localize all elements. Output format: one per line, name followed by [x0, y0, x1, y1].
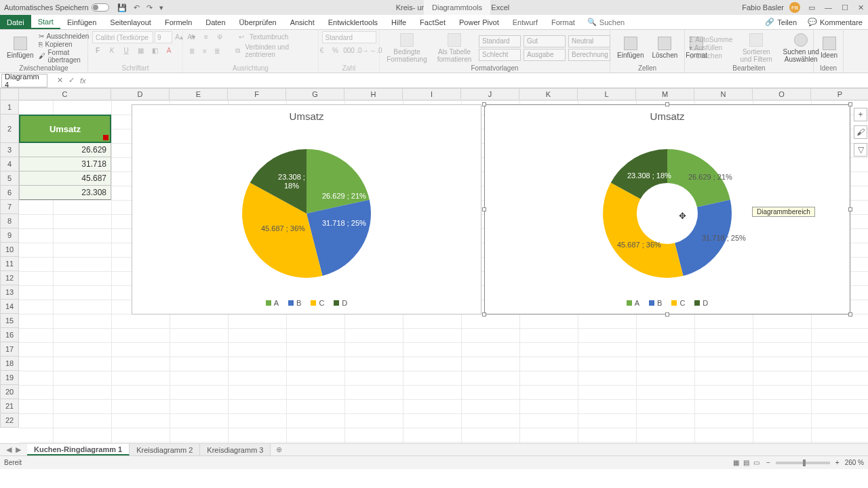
col-header[interactable]: L — [578, 88, 636, 100]
fill-button[interactable]: ▾ Ausfüllen — [689, 44, 732, 52]
align-middle-icon[interactable]: ≡ — [201, 31, 212, 42]
clear-button[interactable]: ◇ Löschen — [689, 52, 732, 60]
ribbon-options-icon[interactable]: ▭ — [808, 3, 815, 12]
style-berechnung[interactable]: Berechnung — [568, 49, 610, 61]
fx-icon[interactable]: fx — [80, 77, 86, 85]
row-header[interactable]: 9 — [0, 228, 19, 243]
align-bottom-icon[interactable]: ⟱ — [214, 31, 225, 42]
as-table-button[interactable]: Als Tabelle formatieren — [433, 32, 476, 64]
table-cell[interactable]: 26.629 — [19, 143, 111, 157]
chart-filter-button[interactable]: ▽ — [854, 143, 867, 157]
comma-icon[interactable]: 000 — [344, 45, 355, 56]
page-break-view-icon[interactable]: ▭ — [753, 459, 760, 466]
sheet-nav-next-icon[interactable]: ▶ — [16, 445, 21, 454]
sort-filter-button[interactable]: Sortieren und Filtern — [735, 32, 777, 64]
col-header[interactable]: E — [170, 88, 228, 100]
copy-button[interactable]: ⎘ Kopieren — [39, 41, 89, 48]
row-header[interactable]: 5 — [0, 171, 19, 186]
font-color-icon[interactable]: A — [163, 45, 174, 56]
col-header[interactable]: N — [694, 88, 753, 100]
font-name-combo[interactable]: Calibri (Textkörpe — [92, 31, 153, 43]
doughnut-chart[interactable]: Umsatz 26.629 ; 21% 31.718 ; 25% 45.687 … — [484, 104, 850, 314]
row-header[interactable]: 1 — [0, 100, 19, 115]
tab-view[interactable]: Ansicht — [283, 15, 321, 29]
row-header[interactable]: 6 — [0, 186, 19, 200]
pie-chart[interactable]: Umsatz 26.629 ; 21% 31.718 ; 25% 45.687 … — [132, 104, 481, 314]
fill-color-icon[interactable]: ◧ — [149, 45, 160, 56]
name-box[interactable]: Diagramm 4 — [1, 74, 47, 87]
tab-formulas[interactable]: Formeln — [158, 15, 199, 29]
style-ausgabe[interactable]: Ausgabe — [524, 49, 566, 61]
number-format-combo[interactable]: Standard — [322, 31, 376, 43]
sheet-nav-prev-icon[interactable]: ◀ — [6, 445, 12, 454]
row-header[interactable]: 3 — [0, 143, 19, 157]
row-header[interactable]: 21 — [0, 399, 19, 413]
align-left-icon[interactable]: ≣ — [187, 45, 197, 56]
insert-cells-button[interactable]: Einfügen — [614, 35, 646, 60]
row-header[interactable]: 7 — [0, 200, 19, 214]
maximize-icon[interactable]: ☐ — [842, 3, 848, 12]
col-header[interactable]: F — [228, 88, 286, 100]
new-sheet-button[interactable]: ⊕ — [271, 444, 287, 455]
cut-button[interactable]: ✂ Ausschneiden — [39, 33, 89, 40]
col-header[interactable]: M — [636, 88, 694, 100]
paste-button[interactable]: Einfügen — [4, 35, 36, 60]
tab-help[interactable]: Hilfe — [384, 15, 413, 29]
chart-elements-button[interactable]: + — [854, 108, 867, 121]
col-header[interactable]: D — [111, 88, 170, 100]
search-box[interactable]: 🔍Suchen — [587, 15, 625, 29]
table-header[interactable]: Umsatz — [19, 115, 111, 143]
border-icon[interactable]: ▦ — [135, 45, 146, 56]
select-all-corner[interactable] — [0, 88, 19, 100]
align-center-icon[interactable]: ≡ — [200, 45, 210, 56]
row-header[interactable]: 4 — [0, 157, 19, 171]
zoom-in-button[interactable]: + — [835, 459, 840, 466]
redo-icon[interactable]: ↷ — [146, 3, 153, 12]
worksheet-grid[interactable]: C D E F G H I J K L M N O P 1 2 3 4 5 6 … — [0, 88, 868, 443]
tab-factset[interactable]: FactSet — [413, 15, 452, 29]
col-header[interactable]: O — [753, 88, 811, 100]
row-header[interactable]: 15 — [0, 314, 19, 328]
tab-design[interactable]: Entwurf — [506, 15, 545, 29]
inc-decimal-icon[interactable]: .0→ — [357, 45, 368, 56]
page-layout-view-icon[interactable]: ▤ — [743, 459, 749, 466]
merge-icon[interactable]: ⧉ — [233, 45, 243, 56]
row-header[interactable]: 14 — [0, 300, 19, 314]
cancel-formula-icon[interactable]: ✕ — [57, 76, 63, 85]
row-header[interactable]: 12 — [0, 271, 19, 285]
share-button[interactable]: 🔗Teilen — [760, 15, 802, 29]
ideas-button[interactable]: Ideen — [818, 35, 840, 60]
bold-icon[interactable]: F — [92, 45, 103, 56]
table-cell[interactable]: 23.308 — [19, 186, 111, 200]
tab-insert[interactable]: Einfügen — [60, 15, 103, 29]
table-cell[interactable]: 31.718 — [19, 157, 111, 171]
style-gut[interactable]: Gut — [524, 35, 566, 47]
minimize-icon[interactable]: — — [825, 3, 832, 12]
zoom-slider[interactable] — [776, 462, 830, 464]
align-top-icon[interactable]: ⟰ — [187, 31, 198, 42]
row-header[interactable]: 18 — [0, 357, 19, 371]
save-icon[interactable]: 💾 — [117, 3, 127, 12]
row-header[interactable]: 19 — [0, 371, 19, 385]
delete-cells-button[interactable]: Löschen — [649, 35, 680, 60]
undo-icon[interactable]: ↶ — [134, 3, 140, 12]
style-schlecht[interactable]: Schlecht — [479, 49, 521, 61]
horizontal-scrollbar[interactable] — [287, 444, 868, 455]
autosum-button[interactable]: Σ AutoSumme — [689, 36, 732, 43]
tab-format[interactable]: Format — [545, 15, 582, 29]
wrap-text-icon[interactable]: ↩ — [236, 31, 247, 42]
row-header[interactable]: 17 — [0, 342, 19, 357]
sheet-tab[interactable]: Kuchen-Ringdiagramm 1 — [27, 444, 130, 455]
zoom-out-button[interactable]: − — [766, 459, 770, 466]
tab-powerpivot[interactable]: Power Pivot — [452, 15, 506, 29]
row-header[interactable]: 22 — [0, 413, 19, 428]
style-standard[interactable]: Standard — [479, 35, 521, 47]
row-header[interactable]: 13 — [0, 285, 19, 300]
table-cell[interactable]: 45.687 — [19, 171, 111, 186]
user-avatar[interactable]: FB — [789, 2, 800, 13]
col-header[interactable]: G — [286, 88, 344, 100]
format-painter-button[interactable]: 🖌 Format übertragen — [39, 49, 89, 64]
tab-pagelayout[interactable]: Seitenlayout — [103, 15, 158, 29]
chart-styles-button[interactable]: 🖌 — [854, 125, 867, 139]
align-right-icon[interactable]: ≣ — [212, 45, 222, 56]
